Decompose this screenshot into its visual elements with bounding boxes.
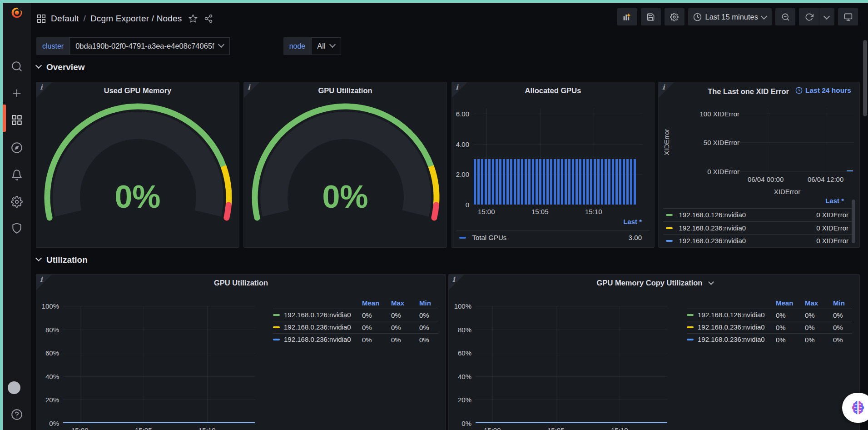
y-tick: 50 XIDError <box>704 139 739 146</box>
y-tick: 40% <box>45 373 59 380</box>
save-dashboard-button[interactable] <box>641 8 661 25</box>
panel-title-text: The Last one XID Error <box>708 87 789 95</box>
series-name[interactable]: 192.168.0.126:nvidia0 <box>284 311 351 319</box>
legend-row: 192.168.0.236:nvidia0 0% 0% 0% <box>273 321 438 334</box>
active-nav-indicator <box>3 105 6 132</box>
series-swatch <box>687 326 694 328</box>
series-name[interactable]: 192.168.0.236:nvidia0 <box>698 335 765 343</box>
add-panel-button[interactable] <box>617 8 637 25</box>
series-swatch <box>273 314 280 316</box>
legend-header-max[interactable]: Max <box>391 297 419 309</box>
grafana-logo[interactable] <box>11 7 23 19</box>
panel-gpu-memory-copy-utilization: i GPU Memory Copy Utilization 100% 80% 6… <box>448 274 860 430</box>
panel-used-gpu-memory: i Used GPU Memory 0% <box>36 82 239 248</box>
help-icon[interactable] <box>11 409 23 420</box>
refresh-interval-dropdown[interactable] <box>819 8 834 25</box>
series-swatch <box>666 214 673 216</box>
explore-compass-icon[interactable] <box>11 142 23 154</box>
gauge-chart <box>244 82 447 248</box>
y-tick: 0 <box>466 201 469 209</box>
cluster-variable-value: 0bda190b-02f0-4791-a3ea-e4e08c74065f <box>75 42 214 50</box>
refresh-button[interactable] <box>799 8 819 25</box>
y-tick: 20% <box>458 396 471 404</box>
share-icon[interactable] <box>204 14 213 23</box>
x-tick: 15:10 <box>198 426 216 430</box>
time-range-label: Last 15 minutes <box>705 13 758 21</box>
series-swatch <box>273 326 280 328</box>
alerting-bell-icon[interactable] <box>11 169 23 181</box>
series-min: 0% <box>419 334 438 346</box>
series-max: 0% <box>391 309 419 321</box>
legend-header-min[interactable]: Min <box>833 297 852 309</box>
dashboard-grid-icon <box>36 14 46 24</box>
series-name[interactable]: 192.168.0.126:nvidia0 <box>698 311 765 319</box>
xid-series-dash <box>847 170 853 171</box>
time-range-picker[interactable]: Last 15 minutes <box>688 8 772 25</box>
zoom-out-time-button[interactable] <box>775 8 795 25</box>
legend-header-mean[interactable]: Mean <box>776 297 805 309</box>
legend-header-last[interactable]: Last * <box>623 218 642 225</box>
tv-mode-button[interactable] <box>838 8 858 25</box>
y-tick: 6.00 <box>456 110 469 118</box>
chevron-down-icon <box>36 63 42 69</box>
star-icon[interactable] <box>188 14 198 23</box>
series-swatch <box>459 237 466 239</box>
legend-header-last[interactable]: Last * <box>825 197 844 205</box>
series-swatch <box>273 339 280 340</box>
series-max: 0% <box>391 321 419 334</box>
panel-info-corner[interactable] <box>659 82 674 98</box>
breadcrumb-separator: / <box>84 14 86 24</box>
gauge-value: 0% <box>244 179 446 215</box>
series-max: 0% <box>805 334 833 346</box>
search-icon[interactable] <box>11 60 23 72</box>
series-min: 0% <box>833 309 852 321</box>
series-name[interactable]: Total GPUs <box>472 234 506 241</box>
x-tick: 15:05 <box>531 208 549 215</box>
panel-title[interactable]: GPU Memory Copy Utilization <box>449 279 859 287</box>
series-name[interactable]: 192.168.0.236:nvidia0 <box>284 335 351 343</box>
info-icon: i <box>662 83 665 91</box>
create-plus-icon[interactable] <box>11 87 23 99</box>
breadcrumb-page[interactable]: Dcgm Exporter / Nodes <box>90 14 182 24</box>
series-last-value: 3.00 <box>629 234 642 241</box>
user-avatar[interactable] <box>8 381 20 394</box>
template-variables: cluster 0bda190b-02f0-4791-a3ea-e4e08c74… <box>36 37 341 55</box>
panel-time-override: Last 24 hours <box>795 86 851 95</box>
admin-shield-icon[interactable] <box>11 222 23 234</box>
series-name[interactable]: 192.168.0.236:nvidia0 <box>679 224 746 232</box>
legend-header-min[interactable]: Min <box>419 297 438 309</box>
x-axis-label: XIDError <box>720 188 854 195</box>
series-name[interactable]: 192.168.0.236:nvidia0 <box>679 237 746 245</box>
chevron-down-icon <box>219 42 224 47</box>
panel-allocated-gpus: i Allocated GPUs 6.00 4.00 2.00 0 15:00 … <box>451 82 655 248</box>
panel-title[interactable]: Allocated GPUs <box>452 86 654 95</box>
clock-icon <box>693 13 702 21</box>
legend-scrollbar[interactable] <box>852 200 855 243</box>
series-name[interactable]: 192.168.0.126:nvidia0 <box>679 211 746 219</box>
section-overview[interactable]: Overview <box>36 62 85 72</box>
series-line-zero <box>476 422 667 423</box>
legend-header-mean[interactable]: Mean <box>362 297 391 309</box>
panel-title[interactable]: The Last one XID ErrorLast 24 hours <box>699 86 859 96</box>
series-min: 0% <box>419 321 438 334</box>
panel-title-text: GPU Memory Copy Utilization <box>597 279 703 287</box>
dashboards-icon[interactable] <box>11 114 23 126</box>
section-utilization[interactable]: Utilization <box>36 255 88 265</box>
page-scrollbar[interactable] <box>863 40 867 116</box>
dashboard-settings-button[interactable] <box>665 8 684 25</box>
series-name[interactable]: 192.168.0.236:nvidia0 <box>698 323 765 331</box>
breadcrumb-root[interactable]: Default <box>51 14 79 24</box>
assistant-button[interactable] <box>842 393 868 423</box>
node-variable-dropdown[interactable]: All <box>311 37 341 55</box>
capture-border-top <box>0 0 868 3</box>
y-tick: 2.00 <box>456 170 469 178</box>
panel-title[interactable]: GPU Utilization <box>36 279 446 287</box>
legend-header-max[interactable]: Max <box>805 297 833 309</box>
series-name[interactable]: 192.168.0.236:nvidia0 <box>284 323 351 331</box>
series-swatch <box>666 227 673 229</box>
cluster-variable-dropdown[interactable]: 0bda190b-02f0-4791-a3ea-e4e08c74065f <box>69 37 230 55</box>
x-tick: 06/04 12:00 <box>808 175 843 183</box>
configuration-gear-icon[interactable] <box>11 196 23 208</box>
y-axis-label: XIDError <box>663 122 670 163</box>
legend-row: 192.168.0.126:nvidia0 <box>666 211 746 219</box>
